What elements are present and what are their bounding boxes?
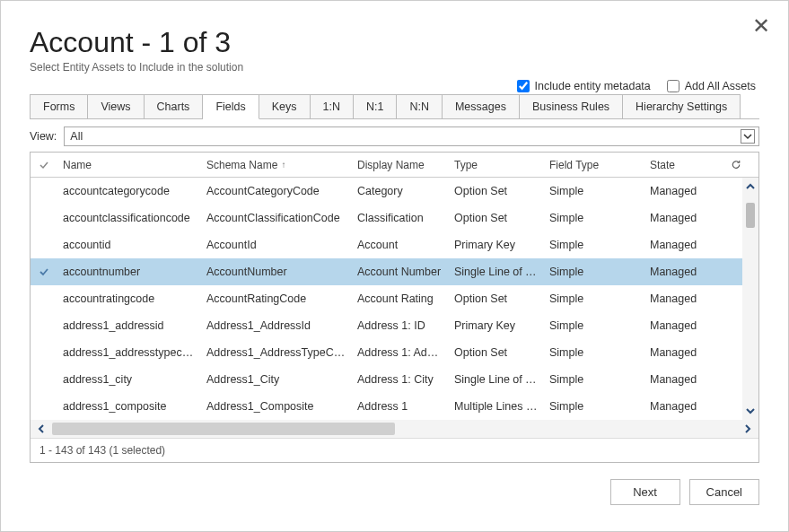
cell-schema: AccountClassificationCode bbox=[201, 212, 352, 224]
column-schema[interactable]: Schema Name ↑ bbox=[201, 159, 352, 171]
cell-display: Address 1 bbox=[352, 400, 449, 413]
refresh-button[interactable] bbox=[725, 159, 747, 170]
tab-forms[interactable]: Forms bbox=[31, 95, 88, 119]
cell-type: Primary Key bbox=[449, 319, 544, 332]
tab-business-rules[interactable]: Business Rules bbox=[520, 95, 623, 119]
h-scrollbar-thumb[interactable] bbox=[52, 423, 395, 435]
include-metadata-input[interactable] bbox=[517, 80, 530, 92]
view-select[interactable]: All bbox=[64, 126, 759, 146]
table-row[interactable]: accountclassificationcodeAccountClassifi… bbox=[31, 205, 758, 231]
table-row[interactable]: accountratingcodeAccountRatingCodeAccoun… bbox=[31, 285, 758, 312]
cell-state: Managed bbox=[644, 266, 725, 278]
cell-fieldtype: Simple bbox=[544, 400, 644, 413]
cell-name: accountcategorycode bbox=[57, 185, 201, 197]
cell-type: Option Set bbox=[449, 292, 544, 305]
cell-display: Account Rating bbox=[352, 292, 449, 305]
row-check-icon[interactable] bbox=[31, 266, 57, 277]
column-name[interactable]: Name bbox=[57, 159, 201, 171]
cell-name: address1_addressid bbox=[57, 319, 201, 332]
cell-type: Single Line of Text bbox=[449, 266, 544, 278]
cell-display: Address 1: Addr… bbox=[352, 346, 449, 359]
cell-display: Classification bbox=[352, 212, 449, 224]
tabs-container: FormsViewsChartsFieldsKeys1:NN:1N:NMessa… bbox=[30, 93, 759, 119]
cell-name: address1_addresstypecode bbox=[57, 346, 201, 359]
cell-display: Category bbox=[352, 185, 449, 197]
cell-state: Managed bbox=[644, 373, 725, 386]
page-subtitle: Select Entity Assets to Include in the s… bbox=[30, 61, 759, 74]
cell-state: Managed bbox=[644, 319, 725, 332]
horizontal-scrollbar[interactable] bbox=[31, 420, 758, 438]
options-row: Include entity metadata Add All Assets bbox=[517, 80, 756, 92]
grid-body: accountcategorycodeAccountCategoryCodeCa… bbox=[31, 178, 758, 420]
cell-schema: AccountCategoryCode bbox=[201, 185, 352, 197]
tab-charts[interactable]: Charts bbox=[145, 95, 204, 119]
grid: Name Schema Name ↑ Display Name Type Fie… bbox=[30, 152, 759, 463]
page-title: Account - 1 of 3 bbox=[30, 26, 759, 59]
cancel-button[interactable]: Cancel bbox=[689, 479, 759, 505]
cell-type: Multiple Lines of… bbox=[449, 400, 544, 413]
cell-state: Managed bbox=[644, 400, 725, 413]
cell-fieldtype: Simple bbox=[544, 373, 644, 386]
scroll-down-icon[interactable] bbox=[744, 406, 757, 416]
next-button[interactable]: Next bbox=[610, 479, 680, 505]
scroll-up-icon[interactable] bbox=[744, 181, 757, 192]
add-all-assets-checkbox[interactable]: Add All Assets bbox=[667, 80, 756, 92]
cell-type: Option Set bbox=[449, 346, 544, 359]
table-row[interactable]: address1_addresstypecodeAddress1_Address… bbox=[31, 339, 758, 366]
tab-hierarchy-settings[interactable]: Hierarchy Settings bbox=[623, 95, 741, 119]
column-display[interactable]: Display Name bbox=[352, 159, 449, 171]
chevron-down-icon bbox=[741, 129, 755, 144]
table-row[interactable]: address1_cityAddress1_CityAddress 1: Cit… bbox=[31, 366, 758, 393]
cell-name: accountid bbox=[57, 239, 201, 251]
button-row: Next Cancel bbox=[30, 463, 759, 519]
tab-n-1[interactable]: N:1 bbox=[354, 95, 397, 119]
tab-messages[interactable]: Messages bbox=[443, 95, 520, 119]
scroll-left-icon[interactable] bbox=[36, 423, 47, 435]
cell-type: Option Set bbox=[449, 212, 544, 224]
table-row[interactable]: address1_addressidAddress1_AddressIdAddr… bbox=[31, 312, 758, 339]
cell-fieldtype: Simple bbox=[544, 239, 644, 251]
tab-1-n[interactable]: 1:N bbox=[311, 95, 354, 119]
cell-schema: Address1_Composite bbox=[201, 400, 352, 413]
table-row[interactable]: address1_compositeAddress1_CompositeAddr… bbox=[31, 393, 758, 420]
close-button[interactable]: ✕ bbox=[752, 15, 770, 37]
cell-schema: Address1_AddressTypeCode bbox=[201, 346, 352, 359]
include-metadata-checkbox[interactable]: Include entity metadata bbox=[517, 80, 651, 92]
cell-name: accountnumber bbox=[57, 266, 201, 278]
column-type[interactable]: Type bbox=[449, 159, 544, 171]
cell-display: Account Number bbox=[352, 266, 449, 278]
cell-fieldtype: Simple bbox=[544, 266, 644, 278]
cell-name: address1_city bbox=[57, 373, 201, 386]
cell-display: Address 1: City bbox=[352, 373, 449, 386]
cell-type: Single Line of Text bbox=[449, 373, 544, 386]
add-all-assets-label: Add All Assets bbox=[685, 80, 756, 92]
scrollbar-thumb[interactable] bbox=[746, 203, 755, 228]
cell-schema: AccountRatingCode bbox=[201, 292, 352, 305]
cell-schema: AccountNumber bbox=[201, 266, 352, 278]
table-row[interactable]: accountnumberAccountNumberAccount Number… bbox=[31, 258, 758, 285]
cell-name: accountclassificationcode bbox=[57, 212, 201, 224]
tab-views[interactable]: Views bbox=[88, 95, 144, 119]
cell-type: Primary Key bbox=[449, 239, 544, 251]
cell-fieldtype: Simple bbox=[544, 185, 644, 197]
cell-fieldtype: Simple bbox=[544, 212, 644, 224]
table-row[interactable]: accountidAccountIdAccountPrimary KeySimp… bbox=[31, 231, 758, 258]
cell-name: address1_composite bbox=[57, 400, 201, 413]
tab-fields[interactable]: Fields bbox=[203, 95, 259, 119]
column-state[interactable]: State bbox=[644, 159, 725, 171]
column-fieldtype[interactable]: Field Type bbox=[544, 159, 644, 171]
include-metadata-label: Include entity metadata bbox=[535, 80, 651, 92]
cell-type: Option Set bbox=[449, 185, 544, 197]
select-all-checkbox[interactable] bbox=[31, 160, 57, 170]
table-row[interactable]: accountcategorycodeAccountCategoryCodeCa… bbox=[31, 178, 758, 205]
cell-state: Managed bbox=[644, 346, 725, 359]
vertical-scrollbar[interactable] bbox=[742, 178, 758, 420]
tab-keys[interactable]: Keys bbox=[259, 95, 311, 119]
cell-display: Address 1: ID bbox=[352, 319, 449, 332]
add-all-assets-input[interactable] bbox=[667, 80, 679, 92]
cell-schema: Address1_City bbox=[201, 373, 352, 386]
cell-display: Account bbox=[352, 239, 449, 251]
tab-n-n[interactable]: N:N bbox=[397, 95, 443, 119]
scroll-right-icon[interactable] bbox=[742, 423, 753, 435]
cell-state: Managed bbox=[644, 212, 725, 224]
